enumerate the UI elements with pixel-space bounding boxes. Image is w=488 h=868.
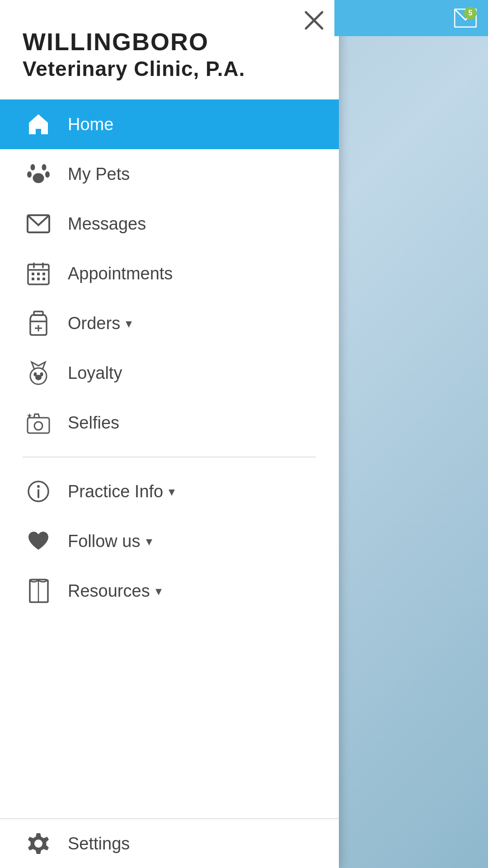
svg-rect-17 bbox=[37, 278, 40, 280]
svg-point-34 bbox=[34, 840, 42, 848]
heart-icon bbox=[23, 525, 54, 557]
nav-label-resources: Resources bbox=[68, 581, 150, 601]
notification-icon[interactable]: 5 bbox=[452, 5, 479, 32]
svg-text:★: ★ bbox=[27, 412, 33, 419]
svg-point-25 bbox=[34, 373, 37, 377]
nav-list: Home My Pets Me bbox=[0, 99, 339, 818]
svg-rect-16 bbox=[32, 278, 34, 280]
paw-icon bbox=[23, 158, 54, 190]
nav-item-practice-info[interactable]: Practice Info ▾ bbox=[0, 467, 339, 516]
svg-point-32 bbox=[37, 485, 40, 488]
home-icon bbox=[23, 108, 54, 140]
notification-badge: 5 bbox=[464, 7, 477, 19]
resources-chevron-icon: ▾ bbox=[155, 584, 162, 599]
svg-rect-14 bbox=[37, 273, 40, 275]
nav-label-home: Home bbox=[68, 115, 113, 134]
nav-label-follow-us: Follow us bbox=[68, 532, 141, 551]
nav-item-loyalty[interactable]: Loyalty bbox=[0, 348, 339, 398]
nav-label-messages: Messages bbox=[68, 214, 146, 234]
nav-label-practice-info: Practice Info bbox=[68, 482, 163, 501]
nav-item-follow-us[interactable]: Follow us ▾ bbox=[0, 516, 339, 566]
nav-divider bbox=[23, 457, 316, 458]
svg-point-28 bbox=[34, 422, 42, 430]
app-logo: WILLINGBORO Veterinary Clinic, P.A. bbox=[23, 27, 245, 81]
close-button[interactable] bbox=[298, 5, 330, 36]
nav-label-orders: Orders bbox=[68, 314, 120, 333]
envelope-icon bbox=[23, 208, 54, 240]
nav-item-settings[interactable]: Settings bbox=[0, 818, 339, 868]
notification-bar: 5 bbox=[334, 0, 488, 36]
nav-label-settings: Settings bbox=[68, 834, 130, 854]
nav-drawer: WILLINGBORO Veterinary Clinic, P.A. Home bbox=[0, 0, 339, 868]
nav-item-home[interactable]: Home bbox=[0, 99, 339, 149]
svg-point-4 bbox=[42, 164, 47, 170]
svg-point-7 bbox=[33, 173, 44, 183]
gear-icon bbox=[23, 828, 54, 859]
info-icon bbox=[23, 476, 54, 507]
svg-point-3 bbox=[31, 164, 35, 170]
nav-item-my-pets[interactable]: My Pets bbox=[0, 149, 339, 199]
svg-rect-13 bbox=[32, 273, 34, 275]
orders-chevron-icon: ▾ bbox=[126, 316, 132, 331]
nav-label-loyalty: Loyalty bbox=[68, 363, 122, 383]
svg-point-6 bbox=[45, 171, 50, 178]
nav-item-messages[interactable]: Messages bbox=[0, 199, 339, 249]
follow-us-chevron-icon: ▾ bbox=[146, 534, 152, 549]
nav-item-selfies[interactable]: ★ Selfies bbox=[0, 398, 339, 448]
logo-area: WILLINGBORO Veterinary Clinic, P.A. bbox=[0, 0, 339, 99]
calendar-icon bbox=[23, 258, 54, 289]
camera-star-icon: ★ bbox=[23, 407, 54, 439]
svg-rect-18 bbox=[42, 278, 45, 280]
nav-item-resources[interactable]: Resources ▾ bbox=[0, 566, 339, 616]
nav-label-appointments: Appointments bbox=[68, 264, 173, 283]
nav-label-selfies: Selfies bbox=[68, 413, 119, 433]
svg-rect-27 bbox=[28, 418, 49, 433]
nav-label-my-pets: My Pets bbox=[68, 165, 130, 184]
medal-icon bbox=[23, 357, 54, 389]
book-icon bbox=[23, 575, 54, 607]
svg-point-26 bbox=[40, 373, 43, 377]
svg-rect-15 bbox=[42, 273, 45, 275]
svg-point-5 bbox=[27, 171, 32, 178]
bottle-icon bbox=[23, 307, 54, 339]
nav-item-orders[interactable]: Orders ▾ bbox=[0, 298, 339, 348]
practice-info-chevron-icon: ▾ bbox=[169, 484, 175, 499]
nav-item-appointments[interactable]: Appointments bbox=[0, 249, 339, 298]
